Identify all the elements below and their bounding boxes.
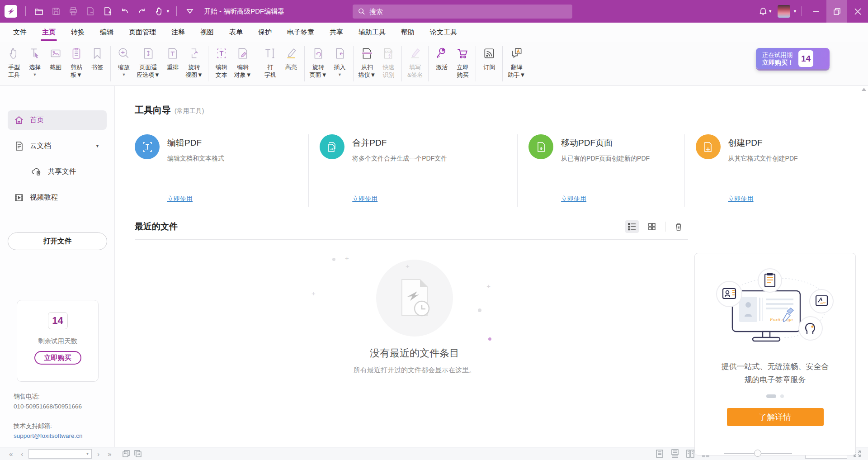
reflow-button[interactable]: 重排 bbox=[162, 45, 183, 71]
card-move-pdf-pages[interactable]: 移动PDF页面 从已有的PDF页面创建新的PDF 立即使用 bbox=[517, 134, 684, 207]
translate-assistant-button[interactable]: 翻译助手▼ bbox=[505, 45, 528, 79]
next-page-button[interactable]: › bbox=[94, 450, 102, 458]
last-page-button[interactable]: » bbox=[105, 450, 114, 458]
menu-form[interactable]: 表单 bbox=[222, 23, 250, 42]
rotate-view-button[interactable]: 旋转视图▼ bbox=[183, 45, 205, 79]
collapse-toolbar-icon[interactable] bbox=[182, 4, 198, 19]
prev-page-button[interactable]: ‹ bbox=[18, 450, 26, 458]
clear-recent-button[interactable] bbox=[672, 220, 685, 233]
support-email-link[interactable]: support@foxitsoftware.cn bbox=[14, 431, 83, 441]
clipboard-button[interactable]: 剪贴板▼ bbox=[66, 45, 87, 79]
chevron-down-icon[interactable]: ▼ bbox=[95, 144, 99, 148]
menu-paper-tools[interactable]: 论文工具 bbox=[422, 23, 465, 42]
menu-comment[interactable]: 注释 bbox=[164, 23, 193, 42]
select-tool-button[interactable]: 选择▼ bbox=[24, 45, 45, 79]
notifications-caret-icon[interactable]: ▼ bbox=[768, 9, 772, 14]
use-now-link[interactable]: 立即使用 bbox=[728, 195, 754, 203]
toolbar-separator bbox=[208, 46, 208, 81]
hand-tool-button[interactable]: 手型工具 bbox=[4, 45, 24, 79]
menu-page-management[interactable]: 页面管理 bbox=[121, 23, 164, 42]
menu-protect[interactable]: 保护 bbox=[250, 23, 279, 42]
menu-convert[interactable]: 转换 bbox=[63, 23, 92, 42]
redo-icon[interactable] bbox=[134, 4, 150, 19]
menu-view[interactable]: 视图 bbox=[193, 23, 222, 42]
account-caret-icon[interactable]: ▼ bbox=[793, 9, 797, 14]
edit-text-button[interactable]: 编辑文本 bbox=[211, 45, 232, 79]
learn-more-button[interactable]: 了解详情 bbox=[727, 408, 824, 426]
carousel-dot-active[interactable] bbox=[766, 394, 776, 398]
window-title: 开始 - 福昕高级PDF编辑器 bbox=[204, 7, 284, 16]
typewriter-button[interactable]: 打字机 bbox=[260, 45, 281, 79]
sidebar-item-label: 共享文件 bbox=[48, 167, 76, 176]
insert-pages-button[interactable]: 插入▼ bbox=[330, 45, 350, 79]
edit-object-button[interactable]: 编辑对象▼ bbox=[232, 45, 254, 79]
trial-badge-line1: 正在试用期 bbox=[762, 51, 794, 59]
bookmark-button[interactable]: 书签 bbox=[87, 45, 108, 71]
activate-key-icon bbox=[435, 47, 448, 60]
grid-view-button[interactable] bbox=[645, 220, 659, 233]
snapshot-button[interactable]: 截图 bbox=[45, 45, 66, 71]
zoom-slider-track[interactable] bbox=[724, 453, 792, 454]
search-bar[interactable] bbox=[353, 5, 572, 19]
page-number-box[interactable]: ▼ bbox=[28, 449, 92, 459]
use-now-link[interactable]: 立即使用 bbox=[352, 195, 377, 203]
snapshot-icon bbox=[49, 47, 62, 60]
sidebar-item-video-tutorials[interactable]: 视频教程 bbox=[8, 188, 107, 207]
carousel-dots[interactable] bbox=[766, 394, 784, 398]
trial-badge[interactable]: 正在试用期 立即购买！ 14 bbox=[756, 48, 830, 69]
use-now-link[interactable]: 立即使用 bbox=[561, 195, 586, 203]
menu-share[interactable]: 共享 bbox=[322, 23, 351, 42]
quick-ocr-button: OCR 快速识别 bbox=[378, 45, 399, 79]
zoom-tool-button[interactable]: 缩放▼ bbox=[113, 45, 134, 79]
menu-help[interactable]: 帮助 bbox=[393, 23, 422, 42]
from-scanner-button[interactable]: 从扫描仪▼ bbox=[356, 45, 378, 79]
add-page-icon[interactable] bbox=[100, 4, 115, 19]
close-button[interactable] bbox=[847, 0, 868, 23]
toolbar-separator bbox=[257, 46, 257, 81]
zoom-slider-knob[interactable] bbox=[754, 450, 761, 457]
buy-now-pill-button[interactable]: 立即购买 bbox=[34, 351, 81, 365]
user-avatar[interactable] bbox=[778, 5, 790, 18]
page-box-caret-icon[interactable]: ▼ bbox=[85, 452, 89, 456]
minimize-button[interactable] bbox=[806, 0, 826, 23]
list-view-button[interactable] bbox=[625, 220, 639, 233]
card-title: 编辑PDF bbox=[167, 137, 224, 149]
previous-view-button[interactable] bbox=[122, 450, 131, 458]
undo-icon[interactable] bbox=[117, 4, 132, 19]
activate-button[interactable]: 激活 bbox=[431, 45, 452, 71]
open-file-button[interactable]: 打开文件 bbox=[8, 232, 107, 250]
search-input[interactable] bbox=[369, 8, 567, 15]
toolbar: 手型工具 选择▼ 截图 剪贴板▼ 书签 缩放▼ 页面适应选项▼ bbox=[0, 42, 868, 86]
card-merge-pdf[interactable]: 合并PDF 将多个文件合并生成一个PDF文件 立即使用 bbox=[308, 134, 517, 207]
sidebar-item-cloud-docs[interactable]: 云文档 ▼ bbox=[8, 136, 107, 156]
main-content: 工具向导 (常用工具) 编辑PDF 编辑文档和文本格式 立即使用 bbox=[115, 86, 868, 447]
rotate-pages-button[interactable]: 旋转页面▼ bbox=[307, 45, 330, 79]
menu-edit[interactable]: 编辑 bbox=[92, 23, 121, 42]
trial-badge-line2: 立即购买！ bbox=[762, 59, 794, 66]
card-desc: 从其它格式文件创建PDF bbox=[728, 155, 798, 163]
buy-now-button[interactable]: 立即购买 bbox=[452, 45, 473, 79]
menu-file[interactable]: 文件 bbox=[5, 23, 34, 42]
subscribe-button[interactable]: 订阅 bbox=[479, 45, 500, 71]
hand-tool-caret-icon[interactable]: ▼ bbox=[166, 9, 170, 14]
trial-days-badge: 14 bbox=[798, 50, 813, 67]
hand-pointer-icon[interactable] bbox=[151, 4, 167, 19]
fit-page-button[interactable]: 页面适应选项▼ bbox=[134, 45, 162, 79]
card-desc: 从已有的PDF页面创建新的PDF bbox=[561, 155, 650, 163]
restore-button[interactable] bbox=[826, 0, 847, 23]
use-now-link[interactable]: 立即使用 bbox=[167, 195, 193, 203]
carousel-dot[interactable] bbox=[780, 394, 784, 398]
card-edit-pdf[interactable]: 编辑PDF 编辑文档和文本格式 立即使用 bbox=[135, 134, 308, 207]
card-title: 合并PDF bbox=[352, 137, 447, 149]
first-page-button[interactable]: « bbox=[6, 450, 15, 458]
card-create-pdf[interactable]: 创建PDF 从其它格式文件创建PDF 立即使用 bbox=[684, 134, 868, 207]
sidebar-item-home[interactable]: 首页 bbox=[8, 110, 107, 130]
open-file-icon[interactable] bbox=[31, 4, 47, 19]
sidebar-item-shared-files[interactable]: 共享文件 bbox=[8, 162, 107, 181]
menu-accessibility[interactable]: 辅助工具 bbox=[351, 23, 393, 42]
highlight-button[interactable]: 高亮 bbox=[281, 45, 302, 71]
menubar: 文件 主页 转换 编辑 页面管理 注释 视图 表单 保护 电子签章 共享 辅助工… bbox=[0, 23, 868, 42]
shared-files-icon bbox=[31, 167, 42, 177]
menu-esign[interactable]: 电子签章 bbox=[279, 23, 322, 42]
menu-home[interactable]: 主页 bbox=[34, 23, 63, 42]
